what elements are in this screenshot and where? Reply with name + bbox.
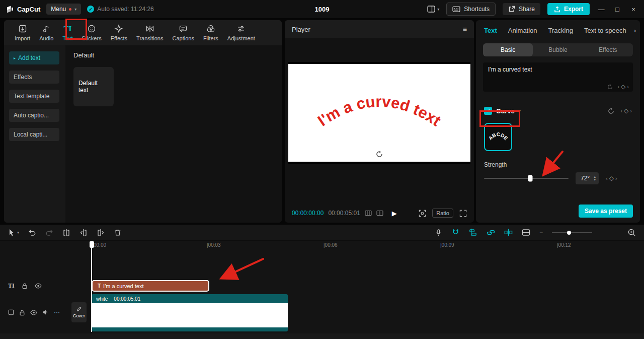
pencil-icon [76, 306, 82, 312]
keyframe-prev-icon[interactable]: ‹ [620, 108, 622, 114]
subtab-effects[interactable]: Effects [583, 43, 633, 56]
main-track-magnetic-icon[interactable] [451, 228, 460, 237]
cover-button[interactable]: Cover [71, 302, 87, 322]
text-library: Default Default text [65, 45, 282, 223]
undo-button[interactable] [28, 229, 36, 236]
curve-style-preview[interactable]: ABCDE [484, 123, 512, 151]
share-button[interactable]: Share [503, 3, 540, 15]
export-button[interactable]: Export [547, 3, 590, 15]
lock-icon[interactable] [19, 309, 25, 316]
keyframe-next-icon[interactable]: › [615, 175, 617, 181]
lock-icon[interactable] [22, 283, 28, 289]
player-menu-icon[interactable]: ≡ [463, 25, 467, 33]
preview-canvas[interactable]: I'm a curved text [288, 62, 470, 164]
minimize-button[interactable]: — [597, 6, 606, 13]
reset-icon[interactable] [607, 84, 613, 90]
sidebar-item-auto-captions[interactable]: Auto captio... [9, 109, 59, 122]
strength-slider-handle[interactable] [528, 175, 533, 182]
reset-icon[interactable] [608, 108, 614, 114]
sidebar-item-text-template[interactable]: Text template [9, 90, 59, 103]
delete-right-button[interactable] [97, 229, 105, 237]
timeline-ruler[interactable]: 00:00 |00:03 |00:06 |00:09 |00:12 [0, 241, 644, 250]
media-tab-effects[interactable]: Effects [106, 24, 132, 41]
eye-icon[interactable] [35, 283, 42, 289]
sidebar-item-effects[interactable]: Effects [9, 71, 59, 84]
player-layout-button[interactable]: ▾ [427, 6, 439, 13]
timeline-zoom-handle[interactable] [567, 231, 571, 235]
text-track-icon: TI [8, 282, 15, 290]
sidebar-item-add-text[interactable]: ▸ Add text [9, 51, 59, 64]
menu-button[interactable]: Menu ▾ [46, 4, 81, 15]
keyframe-icon[interactable]: ◇ [609, 175, 614, 182]
media-tab-filters[interactable]: Filters [199, 24, 223, 41]
mute-icon[interactable] [42, 309, 49, 315]
keyframe-controls[interactable]: ‹ ◇ › [606, 175, 617, 182]
frame-view-icon[interactable] [365, 210, 372, 216]
keyframe-prev-icon[interactable]: ‹ [606, 175, 608, 181]
ratio-button[interactable]: Ratio [432, 209, 453, 218]
sidebar-item-local-captions[interactable]: Local capti... [9, 128, 59, 141]
playhead[interactable] [91, 241, 92, 332]
save-as-preset-button[interactable]: Save as preset [579, 205, 633, 218]
preview-axis-icon[interactable] [504, 228, 513, 237]
tab-animation[interactable]: Animation [508, 27, 537, 34]
delete-button[interactable] [114, 229, 122, 237]
maximize-button[interactable]: □ [613, 6, 622, 13]
inspector-tabs: Text Animation Tracking Text to speech › [476, 20, 640, 39]
track-height-icon[interactable] [522, 229, 530, 236]
delete-left-button[interactable] [79, 229, 88, 237]
play-button[interactable]: ▶ [392, 210, 397, 217]
text-clip[interactable]: T I'm a curved text [92, 280, 209, 292]
media-tab-adjustment[interactable]: Adjustment [223, 24, 260, 41]
strength-stepper[interactable]: ▲ ▼ [593, 175, 596, 181]
keyframe-controls[interactable]: ‹ ◇ › [617, 83, 629, 90]
select-tool-button[interactable]: ▾ [8, 229, 19, 236]
keyframe-icon[interactable]: ◇ [624, 107, 628, 114]
shortcuts-button[interactable]: Shortcuts [446, 3, 496, 16]
keyframe-next-icon[interactable]: › [627, 84, 629, 90]
more-options-icon[interactable]: ··· [54, 309, 60, 316]
strength-slider[interactable] [484, 178, 569, 179]
tab-tracking[interactable]: Tracking [548, 27, 573, 34]
zoom-out-icon[interactable]: − [539, 229, 543, 236]
media-tab-audio[interactable]: Audio [35, 24, 58, 41]
media-tab-transitions[interactable]: Transitions [132, 24, 168, 41]
stepper-down-icon[interactable]: ▼ [593, 178, 596, 181]
split-button[interactable] [62, 229, 70, 237]
redo-button[interactable] [45, 229, 53, 236]
text-clip-label: I'm a curved text [103, 283, 143, 289]
keyframe-next-icon[interactable]: › [630, 108, 632, 114]
close-button[interactable]: × [629, 6, 638, 13]
video-clip[interactable]: white 00:00:05:01 [92, 294, 288, 331]
media-tab-captions[interactable]: Captions [168, 24, 198, 41]
media-tab-import[interactable]: Import [10, 24, 35, 41]
media-tab-stickers[interactable]: Stickers [77, 24, 106, 41]
fullscreen-icon[interactable] [459, 210, 467, 217]
tab-text-to-speech[interactable]: Text to speech [584, 27, 626, 34]
eye-icon[interactable] [30, 310, 37, 315]
record-voiceover-icon[interactable] [435, 229, 442, 237]
player-controls-right: Ratio [419, 209, 467, 218]
strength-value-box[interactable]: 72° ▲ ▼ [576, 172, 599, 184]
frame-view-alt-icon[interactable] [376, 210, 383, 216]
timeline-zoom-slider[interactable] [552, 232, 592, 233]
default-text-card[interactable]: Default text [73, 67, 114, 106]
subtab-bubble[interactable]: Bubble [533, 43, 583, 56]
media-tab-text[interactable]: TI Text [58, 24, 77, 41]
subtab-basic[interactable]: Basic [483, 43, 533, 56]
collapse-arrow-icon[interactable]: ▾ [519, 109, 521, 113]
clip-type-icon [8, 309, 14, 315]
keyframe-icon[interactable]: ◇ [621, 83, 625, 90]
linkage-icon[interactable] [487, 228, 495, 237]
curve-checkbox[interactable]: ✓ [484, 107, 492, 115]
keyframe-prev-icon[interactable]: ‹ [617, 84, 619, 90]
tab-text[interactable]: Text [484, 27, 497, 34]
rotate-handle-icon[interactable] [376, 151, 383, 158]
zoom-to-fit-icon[interactable] [627, 228, 636, 237]
keyframe-controls[interactable]: ‹ ◇ › [620, 107, 632, 114]
text-content-input[interactable]: I'm a curved text ‹ ◇ › [483, 62, 633, 92]
snapshot-icon[interactable] [419, 210, 426, 217]
auto-snapping-icon[interactable] [469, 228, 477, 237]
timeline-scrollbar[interactable] [0, 333, 644, 339]
tabs-overflow-icon[interactable]: › [632, 27, 638, 34]
